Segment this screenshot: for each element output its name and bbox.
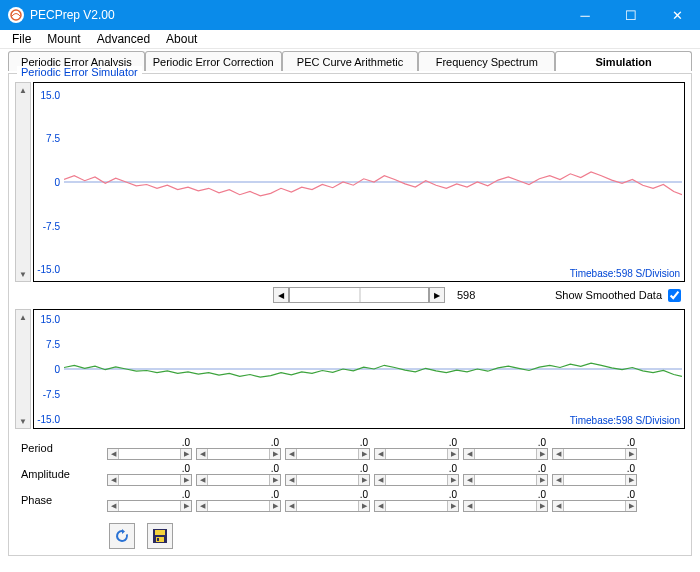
bottom-chart-svg — [64, 314, 682, 424]
phase-label: Phase — [17, 494, 107, 506]
phase-value-2: .0 — [285, 489, 370, 500]
scroll-up-icon[interactable]: ▲ — [16, 83, 30, 97]
phase-value-3: .0 — [374, 489, 459, 500]
timebase-bot: Timebase:598 S/Division — [570, 415, 680, 426]
top-chart-svg — [64, 87, 682, 277]
phase-slider-4[interactable]: ◀▶ — [463, 500, 548, 512]
slider-left-icon[interactable]: ◀ — [273, 287, 289, 303]
parameter-area: Period.0◀▶.0◀▶.0◀▶.0◀▶.0◀▶.0◀▶Amplitude.… — [15, 431, 685, 517]
tab-arithmetic[interactable]: PEC Curve Arithmetic — [282, 51, 419, 71]
phase-slider-2[interactable]: ◀▶ — [285, 500, 370, 512]
window-title: PECPrep V2.00 — [30, 8, 562, 22]
scroll-down-icon[interactable]: ▼ — [16, 267, 30, 281]
phase-slider-1[interactable]: ◀▶ — [196, 500, 281, 512]
amplitude-slider-0[interactable]: ◀▶ — [107, 474, 192, 486]
svg-rect-4 — [155, 530, 165, 535]
amplitude-value-2: .0 — [285, 463, 370, 474]
ytick: 15.0 — [41, 314, 60, 325]
phase-value-1: .0 — [196, 489, 281, 500]
amplitude-slider-3[interactable]: ◀▶ — [374, 474, 459, 486]
slider-value: 598 — [457, 289, 475, 301]
group-title: Periodic Error Simulator — [17, 66, 142, 78]
ytick: -15.0 — [37, 413, 60, 424]
amplitude-slider-5[interactable]: ◀▶ — [552, 474, 637, 486]
titlebar: PECPrep V2.00 ─ ☐ ✕ — [0, 0, 700, 30]
tab-spectrum[interactable]: Frequency Spectrum — [418, 51, 555, 71]
ytick: 15.0 — [41, 89, 60, 100]
save-button[interactable] — [147, 523, 173, 549]
top-chart: 15.0 7.5 0 -7.5 -15.0 Timebase:598 S/Div… — [33, 82, 685, 282]
period-slider-0[interactable]: ◀▶ — [107, 448, 192, 460]
maximize-button[interactable]: ☐ — [608, 0, 654, 30]
amplitude-value-3: .0 — [374, 463, 459, 474]
amplitude-slider-1[interactable]: ◀▶ — [196, 474, 281, 486]
phase-value-4: .0 — [463, 489, 548, 500]
phase-value-0: .0 — [107, 489, 192, 500]
bottom-chart-vscroll[interactable]: ▲ ▼ — [15, 309, 31, 429]
period-slider-2[interactable]: ◀▶ — [285, 448, 370, 460]
tab-correction[interactable]: Periodic Error Correction — [145, 51, 282, 71]
period-value-4: .0 — [463, 437, 548, 448]
period-slider-5[interactable]: ◀▶ — [552, 448, 637, 460]
period-slider-3[interactable]: ◀▶ — [374, 448, 459, 460]
app-icon — [8, 7, 24, 23]
menubar: File Mount Advanced About — [0, 30, 700, 49]
phase-slider-3[interactable]: ◀▶ — [374, 500, 459, 512]
refresh-button[interactable] — [109, 523, 135, 549]
ytick: 0 — [54, 364, 60, 375]
period-value-1: .0 — [196, 437, 281, 448]
menu-file[interactable]: File — [4, 30, 39, 48]
scroll-up-icon[interactable]: ▲ — [16, 310, 30, 324]
close-button[interactable]: ✕ — [654, 0, 700, 30]
menu-advanced[interactable]: Advanced — [89, 30, 158, 48]
ytick: 7.5 — [46, 339, 60, 350]
ytick: -7.5 — [43, 220, 60, 231]
period-value-3: .0 — [374, 437, 459, 448]
svg-rect-6 — [157, 538, 159, 541]
bottom-chart: 15.0 7.5 0 -7.5 -15.0 Timebase:598 S/Div… — [33, 309, 685, 429]
timebase-slider[interactable]: ◀ ▶ — [273, 287, 445, 303]
amplitude-slider-4[interactable]: ◀▶ — [463, 474, 548, 486]
top-chart-vscroll[interactable]: ▲ ▼ — [15, 82, 31, 282]
scroll-down-icon[interactable]: ▼ — [16, 414, 30, 428]
ytick: 0 — [54, 177, 60, 188]
simulator-group: Periodic Error Simulator ▲ ▼ 15.0 7.5 0 … — [8, 73, 692, 556]
tab-simulation[interactable]: Simulation — [555, 51, 692, 71]
ytick: -7.5 — [43, 388, 60, 399]
amplitude-slider-2[interactable]: ◀▶ — [285, 474, 370, 486]
timebase-top: Timebase:598 S/Division — [570, 268, 680, 279]
period-value-0: .0 — [107, 437, 192, 448]
period-value-5: .0 — [552, 437, 637, 448]
ytick: -15.0 — [37, 264, 60, 275]
amplitude-value-4: .0 — [463, 463, 548, 474]
smoothed-checkbox[interactable] — [668, 289, 681, 302]
amplitude-value-1: .0 — [196, 463, 281, 474]
smoothed-label: Show Smoothed Data — [555, 289, 662, 301]
amplitude-value-5: .0 — [552, 463, 637, 474]
amplitude-value-0: .0 — [107, 463, 192, 474]
menu-mount[interactable]: Mount — [39, 30, 88, 48]
ytick: 7.5 — [46, 133, 60, 144]
phase-value-5: .0 — [552, 489, 637, 500]
menu-about[interactable]: About — [158, 30, 205, 48]
slider-right-icon[interactable]: ▶ — [429, 287, 445, 303]
period-slider-1[interactable]: ◀▶ — [196, 448, 281, 460]
phase-slider-5[interactable]: ◀▶ — [552, 500, 637, 512]
phase-slider-0[interactable]: ◀▶ — [107, 500, 192, 512]
period-label: Period — [17, 442, 107, 454]
period-slider-4[interactable]: ◀▶ — [463, 448, 548, 460]
amplitude-label: Amplitude — [17, 468, 107, 480]
period-value-2: .0 — [285, 437, 370, 448]
minimize-button[interactable]: ─ — [562, 0, 608, 30]
